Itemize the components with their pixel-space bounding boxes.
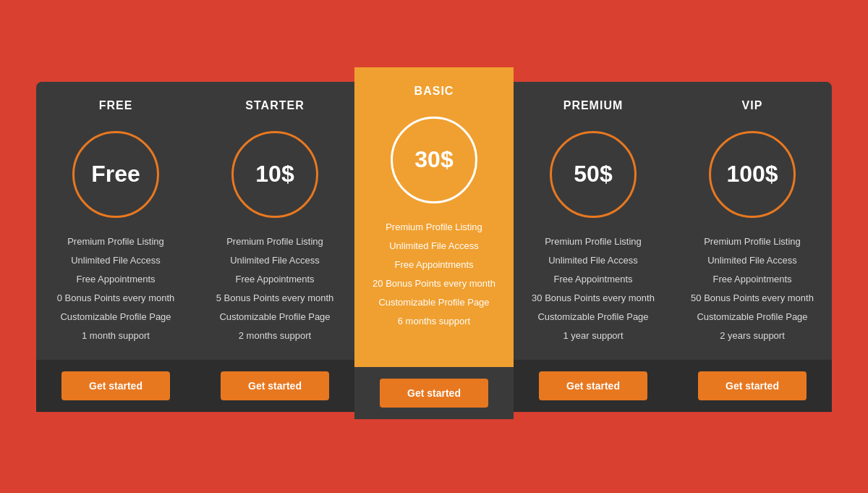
feature-item: 5 Bonus Points every month [203, 289, 347, 308]
feature-item: Unlimited File Access [203, 251, 347, 270]
plan-header-vip: VIP [673, 82, 832, 124]
plan-footer-starter: Get started [195, 360, 354, 412]
plan-features-free: Premium Profile ListingUnlimited File Ac… [36, 232, 195, 360]
feature-item: Free Appointments [362, 256, 506, 274]
price-circle-vip: 100$ [709, 131, 796, 218]
get-started-button-basic[interactable]: Get started [380, 379, 488, 408]
feature-item: Unlimited File Access [43, 251, 188, 270]
plan-card-vip: VIP100$Premium Profile ListingUnlimited … [673, 82, 832, 412]
plan-card-premium: PREMIUM50$Premium Profile ListingUnlimit… [514, 82, 673, 412]
plan-header-free: FREE [36, 82, 195, 124]
price-text-basic: 30$ [414, 146, 453, 173]
plan-name-basic: BASIC [362, 85, 506, 98]
plan-header-basic: BASIC [354, 67, 514, 109]
plan-name-premium: PREMIUM [521, 99, 665, 112]
feature-item: Unlimited File Access [362, 237, 506, 256]
feature-item: Free Appointments [680, 270, 825, 289]
feature-item: Free Appointments [203, 270, 347, 289]
feature-item: Premium Profile Listing [43, 232, 188, 251]
plan-header-premium: PREMIUM [514, 82, 673, 124]
feature-item: Customizable Profile Page [43, 308, 188, 326]
plan-name-vip: VIP [680, 99, 825, 112]
plan-features-starter: Premium Profile ListingUnlimited File Ac… [195, 232, 354, 360]
feature-item: Premium Profile Listing [203, 232, 347, 251]
feature-item: 2 years support [680, 326, 825, 345]
feature-item: Premium Profile Listing [680, 232, 825, 251]
feature-item: 6 months support [362, 312, 506, 331]
feature-item: Unlimited File Access [521, 251, 665, 270]
plan-card-starter: STARTER10$Premium Profile ListingUnlimit… [195, 82, 354, 412]
feature-item: Customizable Profile Page [521, 308, 665, 326]
price-text-starter: 10$ [255, 161, 294, 187]
price-circle-free: Free [72, 131, 159, 218]
feature-item: Premium Profile Listing [521, 232, 665, 251]
get-started-button-vip[interactable]: Get started [698, 371, 807, 400]
plan-name-starter: STARTER [203, 99, 347, 112]
price-circle-premium: 50$ [550, 131, 637, 218]
plan-footer-vip: Get started [673, 360, 832, 412]
feature-item: 0 Bonus Points every month [43, 289, 188, 308]
feature-item: 2 months support [203, 326, 347, 345]
plan-card-basic: BASIC30$Premium Profile ListingUnlimited… [354, 67, 514, 419]
plan-features-vip: Premium Profile ListingUnlimited File Ac… [673, 232, 832, 360]
feature-item: 1 year support [521, 326, 665, 345]
feature-item: 1 month support [43, 326, 188, 345]
plan-footer-basic: Get started [354, 367, 514, 419]
price-circle-basic: 30$ [391, 117, 477, 203]
price-text-premium: 50$ [574, 161, 612, 187]
plan-features-basic: Premium Profile ListingUnlimited File Ac… [354, 218, 514, 367]
feature-item: Customizable Profile Page [203, 308, 347, 326]
price-circle-starter: 10$ [231, 131, 318, 218]
feature-item: Free Appointments [43, 270, 188, 289]
price-text-free: Free [91, 161, 140, 187]
get-started-button-premium[interactable]: Get started [539, 371, 647, 400]
plan-footer-premium: Get started [514, 360, 673, 412]
price-text-vip: 100$ [726, 161, 778, 187]
plan-footer-free: Get started [36, 360, 195, 412]
plan-card-free: FREEFreePremium Profile ListingUnlimited… [36, 82, 195, 412]
plan-name-free: FREE [43, 99, 188, 112]
feature-item: Premium Profile Listing [362, 218, 506, 237]
plan-header-starter: STARTER [195, 82, 354, 124]
feature-item: 20 Bonus Points every month [362, 274, 506, 293]
feature-item: Customizable Profile Page [362, 293, 506, 312]
feature-item: Customizable Profile Page [680, 308, 825, 326]
get-started-button-starter[interactable]: Get started [221, 371, 329, 400]
feature-item: 50 Bonus Points every month [680, 289, 825, 308]
pricing-table: FREEFreePremium Profile ListingUnlimited… [36, 82, 832, 412]
get-started-button-free[interactable]: Get started [61, 371, 170, 400]
feature-item: 30 Bonus Points every month [521, 289, 665, 308]
plan-features-premium: Premium Profile ListingUnlimited File Ac… [514, 232, 673, 360]
feature-item: Unlimited File Access [680, 251, 825, 270]
feature-item: Free Appointments [521, 270, 665, 289]
